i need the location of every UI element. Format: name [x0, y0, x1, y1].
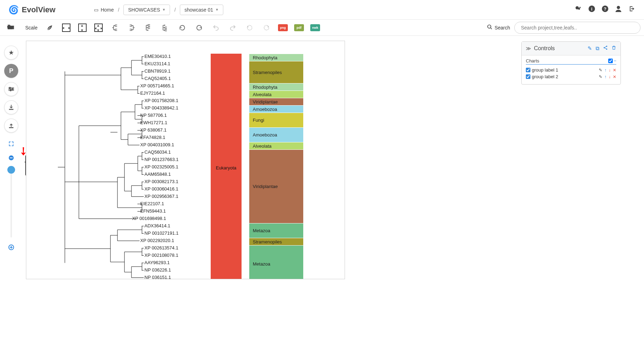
leaf-label[interactable]: EIE22107.1 [140, 201, 164, 206]
circular-ccw-icon[interactable] [244, 22, 256, 34]
edit-dataset-icon[interactable]: ✎ [599, 74, 602, 79]
tree-style-3-icon[interactable] [143, 22, 155, 34]
leaf-label[interactable]: EFA74828.1 [140, 135, 165, 140]
home-link[interactable]: ▭ Home [94, 7, 114, 13]
leaf-label[interactable]: AAY96293.1 [144, 260, 170, 265]
leaf-label[interactable]: XP 003060416.1 [144, 186, 178, 192]
move-down-icon[interactable]: ↓ [609, 68, 611, 73]
logout-icon[interactable] [628, 5, 636, 15]
tree-dropdown[interactable]: showcase 01 ▼ [180, 5, 223, 15]
delete-dataset-icon[interactable]: ✕ [613, 68, 616, 73]
search-icon [487, 24, 493, 31]
delete-dataset-icon[interactable]: ✕ [613, 74, 616, 79]
leaf-label[interactable]: EJY72164.1 [140, 91, 165, 96]
upload-button[interactable] [4, 119, 18, 133]
fit-all-icon[interactable]: ◂▸ ▴▾ [94, 24, 103, 32]
dataset-checkbox[interactable] [526, 74, 530, 79]
leaf-label[interactable]: XP 001758208.1 [144, 98, 178, 103]
user-icon[interactable] [615, 5, 622, 15]
leaf-label[interactable]: XP 001698498.1 [132, 216, 166, 221]
tree-canvas[interactable]: EME30410.1EKU23114.1CBN78919.1CAQ52405.1… [26, 41, 345, 279]
leaf-label[interactable]: CAQ56034.1 [144, 149, 171, 155]
leaf-label[interactable]: XP 004338942.1 [144, 105, 178, 110]
svg-point-12 [12, 88, 13, 90]
section-toggle[interactable]: − [608, 58, 616, 63]
leaf-label[interactable]: ADX36414.1 [144, 223, 170, 228]
project-dropdown[interactable]: SHOWCASES ▼ [123, 5, 170, 15]
controls-item: group label 2✎↑↓✕ [526, 73, 616, 80]
leaf-icon[interactable] [44, 22, 56, 34]
leaf-label[interactable]: EWH17271.1 [140, 120, 167, 125]
leaf-label[interactable]: XP 638067.1 [140, 127, 167, 133]
svg-point-7 [617, 6, 620, 9]
edit-dataset-icon[interactable]: ✎ [599, 68, 602, 73]
zoom-in-button[interactable] [8, 245, 14, 252]
leaf-label[interactable]: XP 002325005.1 [144, 164, 178, 169]
leaf-label[interactable]: CAQ52405.1 [144, 76, 171, 81]
leaf-label[interactable]: EKU23114.1 [144, 61, 170, 66]
expand-button[interactable] [4, 137, 18, 151]
star-button[interactable]: ★ [4, 46, 18, 60]
undo-icon[interactable] [210, 22, 222, 34]
project-p-button[interactable]: P [4, 64, 18, 78]
leaf-label[interactable]: XP 004031009.1 [140, 142, 174, 147]
dataset-label: group label 1 [532, 67, 558, 73]
leaf-label[interactable]: XP 002108078.1 [144, 253, 178, 258]
trash-icon[interactable] [611, 45, 616, 52]
search-input[interactable] [514, 22, 640, 34]
group-block: Metazoa [249, 245, 303, 279]
info-icon[interactable]: i [588, 5, 596, 15]
search-label: Search [495, 25, 510, 31]
caret-down-icon: ▼ [162, 8, 165, 12]
leaf-label[interactable]: CBN78919.1 [144, 68, 170, 74]
leaf-label[interactable]: XP 003082173.1 [144, 179, 178, 184]
svg-rect-2 [580, 7, 581, 8]
download-button[interactable] [4, 100, 18, 114]
move-up-icon[interactable]: ↑ [604, 68, 606, 73]
leaf-label[interactable]: XP 002956367.1 [144, 194, 178, 199]
tree-style-1-icon[interactable] [109, 22, 121, 34]
dataset-checkbox[interactable] [526, 68, 530, 72]
fit-horizontal-icon[interactable]: ◂▸ [62, 24, 70, 32]
leaf-label[interactable]: XP 002613574.1 [144, 245, 178, 250]
edit-icon[interactable]: ✎ [588, 45, 592, 52]
scale-label: Scale [18, 25, 41, 31]
left-sidebar: ★ P Upload tree datasets ➘ [0, 36, 22, 355]
rotate-ccw-icon[interactable] [176, 22, 188, 34]
export-pdf-button[interactable]: pdf [294, 24, 304, 31]
fit-vertical-icon[interactable]: ▴▾ [78, 24, 87, 32]
open-folder-icon[interactable] [4, 24, 18, 32]
help-icon[interactable]: ? [601, 5, 609, 15]
share-tree-icon[interactable] [575, 5, 582, 15]
leaf-label[interactable]: AAM65848.1 [144, 172, 171, 177]
group-block: Stramenopiles [249, 238, 303, 245]
export-nwk-button[interactable]: nwk [310, 24, 320, 31]
home-label: Home [101, 7, 114, 13]
leaf-label[interactable]: XP 002292020.1 [140, 238, 174, 243]
zoom-out-button[interactable] [8, 155, 14, 162]
redo-icon[interactable] [227, 22, 239, 34]
leaf-label[interactable]: EME30410.1 [144, 54, 171, 59]
export-png-button[interactable]: png [278, 24, 288, 31]
app-logo[interactable]: 🌀 EvolView [8, 5, 55, 15]
leaf-label[interactable]: NP 036151.1 [144, 275, 171, 279]
circular-cw-icon[interactable] [260, 22, 272, 34]
tree-style-2-icon[interactable] [126, 22, 138, 34]
share-icon[interactable] [603, 45, 608, 52]
leaf-label[interactable]: NP 001027191.1 [144, 230, 178, 236]
leaf-label[interactable]: EFN59443.1 [140, 208, 166, 214]
leaf-label[interactable]: NP 001237663.1 [144, 157, 178, 162]
zoom-slider[interactable] [11, 167, 12, 237]
move-down-icon[interactable]: ↓ [609, 74, 611, 79]
copy-icon[interactable]: ⧉ [596, 45, 599, 52]
controls-header[interactable]: ≫ Controls ✎ ⧉ [522, 42, 621, 55]
section-checkbox[interactable] [608, 59, 613, 63]
leaf-label[interactable]: NP 587706.1 [140, 113, 167, 118]
move-up-icon[interactable]: ↑ [604, 74, 606, 79]
leaf-label[interactable]: NP 036226.1 [144, 267, 171, 273]
rotate-cw-icon[interactable] [193, 22, 205, 34]
leaf-label[interactable]: XP 005714665.1 [140, 83, 174, 88]
settings-button[interactable] [4, 82, 18, 96]
zoom-slider-thumb[interactable] [7, 166, 15, 174]
tree-style-4-icon[interactable] [160, 22, 171, 34]
